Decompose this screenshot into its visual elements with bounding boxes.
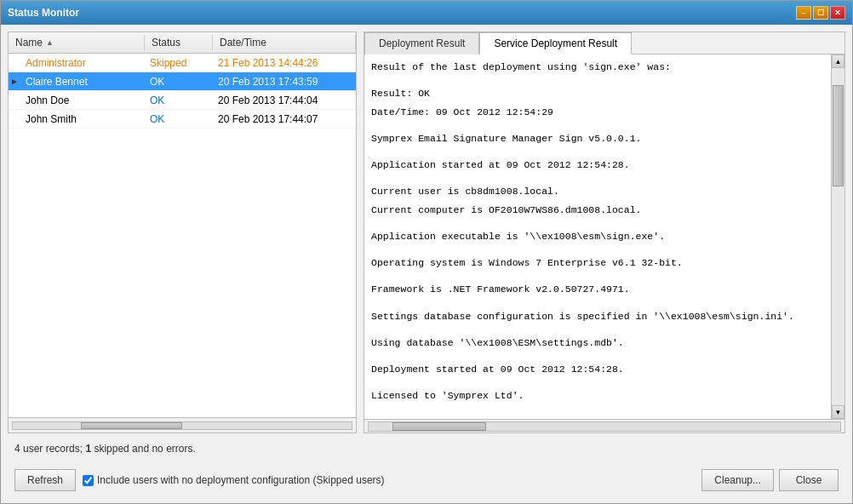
row-datetime: 21 Feb 2013 14:44:26 — [213, 55, 356, 71]
checkbox-label-text: Include users with no deployment configu… — [97, 474, 385, 486]
spacer — [371, 247, 824, 252]
spacer — [371, 149, 824, 154]
spacer — [371, 77, 824, 83]
spacer — [371, 301, 824, 306]
tab-content-area: Result of the last deployment using 'sig… — [364, 54, 844, 419]
table-row[interactable]: Administrator Skipped 21 Feb 2013 14:44:… — [9, 54, 356, 72]
cleanup-button[interactable]: Cleanup... — [701, 469, 774, 491]
result-line: Current user is cb8dm1008.local. — [371, 184, 824, 198]
include-skipped-checkbox[interactable] — [83, 475, 94, 486]
spacer — [371, 273, 824, 278]
table-hscroll — [9, 417, 356, 432]
content-area: Name ▲ Status Date/Time Administrator — [8, 32, 845, 433]
vertical-scrollbar[interactable]: ▲ ▼ — [831, 54, 844, 419]
vscroll-down-button[interactable]: ▼ — [832, 405, 844, 419]
row-indicator: ► — [9, 77, 20, 86]
close-button[interactable]: Close — [779, 469, 839, 491]
result-line: Framework is .NET Framework v2.0.50727.4… — [371, 282, 824, 296]
spacer — [371, 353, 824, 358]
table-row[interactable]: John Smith OK 20 Feb 2013 17:44:07 — [9, 110, 356, 129]
result-panel: Deployment Result Service Deployment Res… — [364, 32, 845, 433]
row-name: Claire Bennet — [20, 74, 145, 89]
result-line: Result: OK — [371, 86, 824, 100]
table-header: Name ▲ Status Date/Time — [9, 32, 356, 54]
result-line: Licensed to 'Symprex Ltd'. — [371, 388, 824, 403]
result-line: Current computer is OF2010W7WS86.dm1008.… — [371, 203, 824, 217]
table-row[interactable]: John Doe OK 20 Feb 2013 17:44:04 — [9, 91, 356, 110]
result-hscroll — [364, 419, 844, 432]
result-text-area[interactable]: Result of the last deployment using 'sig… — [364, 54, 831, 419]
result-line: Application executable is '\\ex1008\esm\… — [371, 229, 824, 243]
footer-right: Cleanup... Close — [701, 469, 839, 491]
row-datetime: 20 Feb 2013 17:44:04 — [213, 93, 356, 108]
spacer — [371, 407, 824, 412]
table-body: Administrator Skipped 21 Feb 2013 14:44:… — [9, 54, 356, 417]
spacer — [371, 327, 824, 332]
spacer — [371, 175, 824, 180]
result-line: Settings database configuration is speci… — [371, 309, 824, 324]
minimize-button[interactable]: – — [796, 6, 811, 20]
row-name: John Smith — [20, 112, 145, 127]
col-header-datetime: Date/Time — [213, 35, 356, 50]
vscroll-track — [832, 68, 844, 405]
result-line: Deployment started at 09 Oct 2012 12:54:… — [371, 362, 824, 376]
sort-icon: ▲ — [46, 38, 54, 47]
result-line: Using database '\\ex1008\ESM\settings.md… — [371, 335, 824, 350]
spacer — [371, 220, 824, 226]
main-content: Name ▲ Status Date/Time Administrator — [1, 25, 852, 503]
tab-service-deployment[interactable]: Service Deployment Result — [479, 32, 632, 54]
spacer — [371, 380, 824, 385]
result-line: Application started at 09 Oct 2012 12:54… — [371, 158, 824, 172]
result-line: Symprex Email Signature Manager Sign v5.… — [371, 131, 824, 146]
hscroll-track — [12, 421, 352, 430]
tab-deployment[interactable]: Deployment Result — [364, 32, 479, 54]
vscroll-thumb[interactable] — [833, 85, 844, 186]
window-title: Status Monitor — [8, 7, 79, 19]
col-header-name: Name ▲ — [9, 35, 145, 50]
horizontal-scrollbar[interactable] — [9, 420, 356, 432]
main-window: Status Monitor – ☐ ✕ Name ▲ Status — [0, 0, 853, 504]
vscroll-up-button[interactable]: ▲ — [832, 54, 844, 68]
include-skipped-checkbox-label: Include users with no deployment configu… — [83, 474, 385, 486]
result-line: Operating system is Windows 7 Enterprise… — [371, 255, 824, 270]
user-table-panel: Name ▲ Status Date/Time Administrator — [8, 32, 357, 433]
row-status: OK — [145, 93, 213, 108]
row-status: OK — [145, 74, 213, 89]
result-hscroll-track — [368, 421, 841, 432]
tab-bar: Deployment Result Service Deployment Res… — [364, 32, 844, 54]
title-controls: – ☐ ✕ — [796, 6, 845, 20]
row-name: Administrator — [20, 55, 145, 71]
window-close-button[interactable]: ✕ — [830, 6, 845, 20]
refresh-button[interactable]: Refresh — [14, 469, 76, 491]
status-bar: 4 user records; 1 skipped and no errors. — [8, 438, 845, 459]
row-status: Skipped — [145, 55, 213, 71]
result-line: Date/Time: 09 Oct 2012 12:54:29 — [371, 105, 824, 119]
status-text: 4 user records; 1 skipped and no errors. — [14, 443, 196, 455]
col-header-status: Status — [145, 35, 213, 50]
maximize-button[interactable]: ☐ — [813, 6, 828, 20]
row-datetime: 20 Feb 2013 17:43:59 — [213, 74, 356, 89]
spacer — [371, 123, 824, 128]
table-row[interactable]: ► Claire Bennet OK 20 Feb 2013 17:43:59 — [9, 72, 356, 91]
row-status: OK — [145, 112, 213, 127]
tab-content: Result of the last deployment using 'sig… — [364, 54, 831, 419]
row-datetime: 20 Feb 2013 17:44:07 — [213, 112, 356, 127]
hscroll-thumb[interactable] — [81, 422, 182, 429]
row-name: John Doe — [20, 93, 145, 108]
title-bar: Status Monitor – ☐ ✕ — [1, 1, 852, 25]
result-hscroll-thumb[interactable] — [392, 422, 487, 431]
result-line: Result of the last deployment using 'sig… — [371, 60, 824, 74]
footer: Refresh Include users with no deployment… — [8, 464, 845, 496]
